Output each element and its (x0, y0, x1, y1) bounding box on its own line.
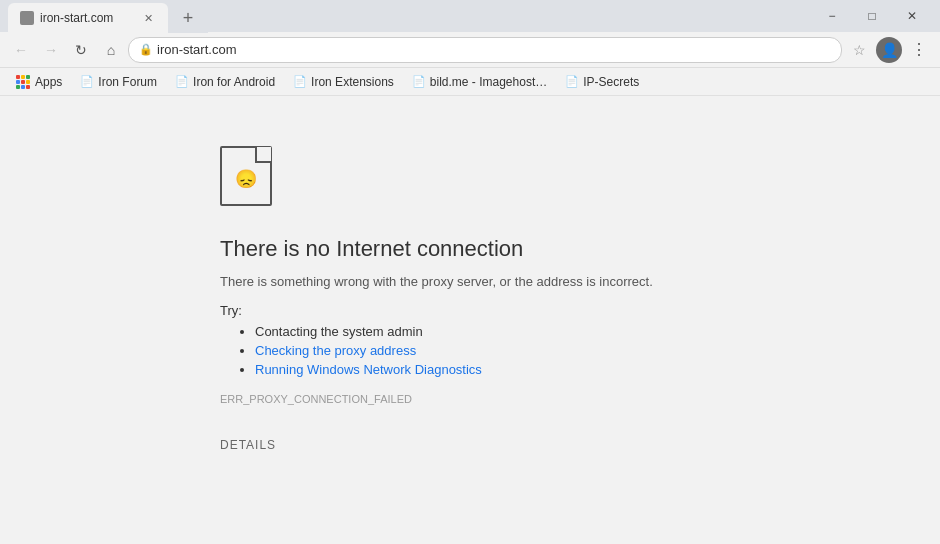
close-button[interactable]: ✕ (892, 4, 932, 28)
bookmark-label: bild.me - Imagehost… (430, 75, 547, 89)
back-button[interactable]: ← (8, 37, 34, 63)
tab-label: iron-start.com (40, 11, 134, 25)
bookmark-ip-secrets[interactable]: 📄 IP-Secrets (557, 73, 647, 91)
error-title: There is no Internet connection (220, 236, 880, 262)
new-tab-button[interactable]: + (168, 3, 208, 33)
page-icon: 📄 (293, 75, 307, 88)
suggestion-list: Contacting the system admin Checking the… (235, 324, 880, 377)
address-bar[interactable]: 🔒 iron-start.com (128, 37, 842, 63)
apps-icon (16, 75, 30, 89)
user-profile-button[interactable]: 👤 (876, 37, 902, 63)
bookmark-iron-forum[interactable]: 📄 Iron Forum (72, 73, 165, 91)
error-code: ERR_PROXY_CONNECTION_FAILED (220, 393, 880, 405)
bookmark-label: Iron Forum (98, 75, 157, 89)
maximize-button[interactable]: □ (852, 4, 892, 28)
bookmark-label: IP-Secrets (583, 75, 639, 89)
tab-close-button[interactable]: ✕ (140, 10, 156, 26)
details-button[interactable]: DETAILS (220, 438, 276, 452)
title-bar: iron-start.com ✕ + − □ ✕ (0, 0, 940, 32)
apps-label: Apps (35, 75, 62, 89)
suggestion-link-3[interactable]: Running Windows Network Diagnostics (255, 362, 482, 377)
address-text: iron-start.com (157, 42, 831, 57)
bookmark-iron-extensions[interactable]: 📄 Iron Extensions (285, 73, 402, 91)
suggestion-item-2: Checking the proxy address (255, 343, 880, 358)
page-icon: 📄 (412, 75, 426, 88)
reload-button[interactable]: ↻ (68, 37, 94, 63)
address-bar-row: ← → ↻ ⌂ 🔒 iron-start.com ☆ 👤 ⋮ (0, 32, 940, 68)
bookmark-label: Iron Extensions (311, 75, 394, 89)
home-button[interactable]: ⌂ (98, 37, 124, 63)
tab-favicon (20, 11, 34, 25)
error-page: 😞 There is no Internet connection There … (0, 96, 940, 510)
tab-bar: iron-start.com ✕ + (8, 0, 208, 33)
error-file-icon: 😞 (220, 146, 272, 206)
suggestion-item-3: Running Windows Network Diagnostics (255, 362, 880, 377)
try-label: Try: (220, 303, 880, 318)
menu-button[interactable]: ⋮ (906, 37, 932, 63)
bookmark-label: Iron for Android (193, 75, 275, 89)
bookmarks-bar: Apps 📄 Iron Forum 📄 Iron for Android 📄 I… (0, 68, 940, 96)
minimize-button[interactable]: − (812, 4, 852, 28)
window-controls: − □ ✕ (812, 4, 932, 28)
error-subtitle: There is something wrong with the proxy … (220, 274, 880, 289)
bookmark-iron-android[interactable]: 📄 Iron for Android (167, 73, 283, 91)
bookmark-star-button[interactable]: ☆ (846, 37, 872, 63)
bookmarks-apps[interactable]: Apps (8, 73, 70, 91)
error-icon-container: 😞 (220, 146, 880, 206)
bookmark-bildme[interactable]: 📄 bild.me - Imagehost… (404, 73, 555, 91)
lock-icon: 🔒 (139, 43, 153, 56)
active-tab[interactable]: iron-start.com ✕ (8, 3, 168, 33)
sad-face-icon: 😞 (235, 168, 257, 190)
page-icon: 📄 (565, 75, 579, 88)
page-icon: 📄 (175, 75, 189, 88)
page-icon: 📄 (80, 75, 94, 88)
forward-button[interactable]: → (38, 37, 64, 63)
suggestion-text-1: Contacting the system admin (255, 324, 423, 339)
suggestion-item-1: Contacting the system admin (255, 324, 880, 339)
suggestion-link-2[interactable]: Checking the proxy address (255, 343, 416, 358)
